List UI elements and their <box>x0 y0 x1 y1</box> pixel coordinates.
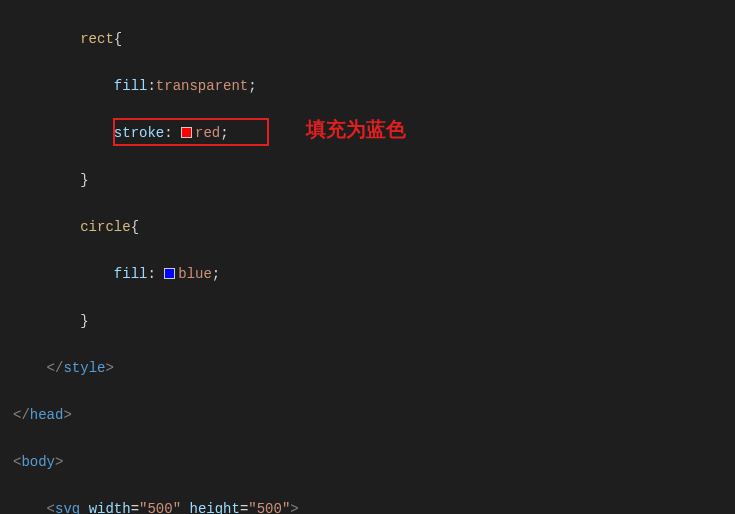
code-line: } <box>13 169 735 193</box>
css-selector: circle <box>80 219 130 235</box>
code-line: <body> <box>13 451 735 475</box>
code-line: <svg width="500" height="500"> <box>13 498 735 515</box>
code-line: rect{ <box>13 28 735 52</box>
code-line: } <box>13 310 735 334</box>
code-line: </head> <box>13 404 735 428</box>
code-editor[interactable]: rect{ fill:transparent; stroke: red; } c… <box>0 0 735 514</box>
code-line: </style> <box>13 357 735 381</box>
css-selector: rect <box>80 31 114 47</box>
code-line: fill: blue; <box>13 263 735 287</box>
color-swatch-blue-icon <box>164 268 175 279</box>
code-line: fill:transparent; <box>13 75 735 99</box>
color-swatch-red-icon <box>181 127 192 138</box>
code-line: stroke: red; <box>13 122 735 146</box>
code-line: circle{ <box>13 216 735 240</box>
